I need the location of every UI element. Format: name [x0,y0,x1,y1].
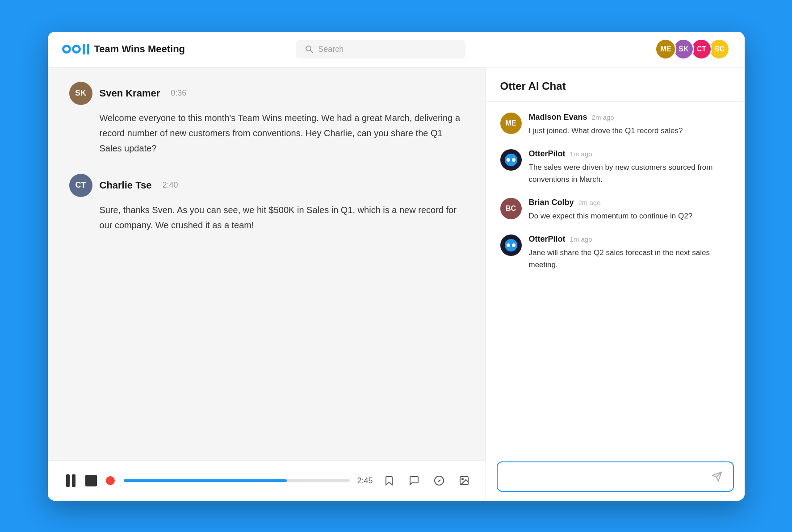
playback-time: 2:45 [357,476,373,486]
svg-rect-5 [87,44,89,54]
speaker-time-2: 2:40 [162,180,178,190]
chat-sender-3: Brian Colby [529,198,574,207]
body: SK Sven Kramer 0:36 Welcome everyone to … [48,67,745,501]
playback-bar: 2:45 [48,461,486,501]
chat-name-row-2: OtterPilot 1m ago [529,149,730,159]
chat-avatar-brian: BC [500,198,522,219]
chat-time-4: 1m ago [570,235,592,243]
search-placeholder: Search [318,45,344,54]
message-text-1: Welcome everyone to this month's Team Wi… [100,110,464,156]
svg-line-7 [310,50,313,53]
record-indicator [106,476,115,485]
chat-content-2: OtterPilot 1m ago The sales were driven … [529,149,730,185]
chat-sender-4: OtterPilot [529,235,566,244]
ai-chat-header: Otter AI Chat [486,67,745,102]
meeting-title: Team Wins Meeting [94,43,185,55]
avatar-participant-1: ME [655,38,676,60]
chat-time-3: 2m ago [578,199,601,206]
ai-chat-input-area [486,452,745,501]
search-icon [305,45,314,54]
transcript-panel: SK Sven Kramer 0:36 Welcome everyone to … [48,67,486,501]
participant-avatars: ME SK CT BC [658,38,730,60]
speaker-avatar-charlie: CT [69,174,92,197]
chat-name-row-4: OtterPilot 1m ago [529,235,730,244]
chat-content-3: Brian Colby 2m ago Do we expect this mom… [529,198,693,222]
ai-chat-title: Otter AI Chat [500,80,566,92]
toolbar-icons [382,473,471,488]
progress-container[interactable]: 2:45 [124,476,373,486]
speaker-name-2: Charlie Tse [100,180,152,191]
chat-content-4: OtterPilot 1m ago Jane will share the Q2… [529,235,730,271]
chat-sender-2: OtterPilot [529,149,566,159]
chat-time-2: 1m ago [570,150,592,158]
chat-text-2: The sales were driven by new customers s… [529,161,730,185]
progress-fill [124,479,287,482]
chat-avatar-madison: ME [500,113,522,134]
chat-avatar-otterpilot-1 [500,149,522,171]
ai-chat-input-wrapper [497,461,734,492]
speaker-avatar-sven: SK [69,82,92,105]
chat-message-3: BC Brian Colby 2m ago Do we expect this … [500,198,730,222]
svg-rect-4 [83,44,85,54]
transcript-message-2: CT Charlie Tse 2:40 Sure, thanks Sven. A… [69,174,464,233]
otter-logo-icon [62,41,89,57]
transcript-content: SK Sven Kramer 0:36 Welcome everyone to … [48,67,486,461]
stop-button[interactable] [85,475,97,486]
pause-button[interactable] [62,472,80,490]
chat-time-1: 2m ago [592,113,614,121]
chat-name-row-1: Madison Evans 2m ago [529,113,683,122]
message-header-2: CT Charlie Tse 2:40 [69,174,464,197]
playback-controls [62,472,97,490]
svg-point-3 [74,47,79,51]
chat-avatar-otterpilot-2 [500,235,522,256]
search-bar[interactable]: Search [296,40,465,59]
checkmark-icon[interactable] [432,473,446,488]
progress-track[interactable] [124,479,350,482]
transcript-message-1: SK Sven Kramer 0:36 Welcome everyone to … [69,82,464,156]
chat-message-1: ME Madison Evans 2m ago I just joined. W… [500,113,730,137]
ai-chat-panel: Otter AI Chat ME Madison Evans 2m ago I … [486,67,745,501]
ai-chat-messages: ME Madison Evans 2m ago I just joined. W… [486,102,745,452]
main-window: Team Wins Meeting Search ME SK CT BC SK [48,32,745,501]
speaker-time-1: 0:36 [171,88,186,98]
bookmark-icon[interactable] [382,473,396,488]
chat-text-1: I just joined. What drove the Q1 record … [529,125,683,137]
chat-message-4: OtterPilot 1m ago Jane will share the Q2… [500,235,730,271]
image-icon[interactable] [457,473,471,488]
chat-text-4: Jane will share the Q2 sales forecast in… [529,247,730,271]
message-text-2: Sure, thanks Sven. As you can see, we hi… [100,202,464,233]
chat-content-1: Madison Evans 2m ago I just joined. What… [529,113,683,137]
logo: Team Wins Meeting [62,41,185,57]
chat-name-row-3: Brian Colby 2m ago [529,198,693,207]
chat-sender-1: Madison Evans [529,113,587,122]
svg-point-1 [64,47,69,51]
message-header-1: SK Sven Kramer 0:36 [69,82,464,105]
svg-point-10 [462,478,463,480]
chat-message-2: OtterPilot 1m ago The sales were driven … [500,149,730,185]
header: Team Wins Meeting Search ME SK CT BC [48,32,745,67]
comment-icon[interactable] [407,473,421,488]
speaker-name-1: Sven Kramer [100,88,160,99]
send-button[interactable] [710,469,724,484]
chat-text-3: Do we expect this momentum to continue i… [529,210,693,222]
ai-chat-input[interactable] [507,472,704,481]
